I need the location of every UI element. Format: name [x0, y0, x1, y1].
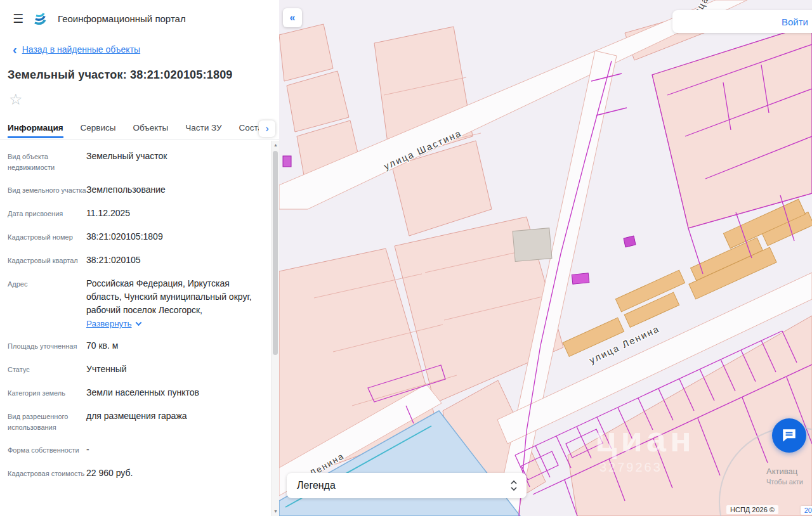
menu-icon[interactable]: ☰: [13, 13, 23, 25]
back-chevron-icon: ‹: [13, 43, 17, 56]
info-list: Вид объекта недвижимости Земельный участ…: [0, 145, 279, 485]
info-label: Вид объекта недвижимости: [0, 150, 86, 173]
info-value: Учтенный: [86, 363, 260, 376]
info-value: Земельный участок: [86, 150, 260, 163]
info-value-wrap: -: [86, 443, 279, 456]
info-value-wrap: 11.12.2025: [86, 207, 279, 220]
info-label: Вид разрешенного использования: [0, 410, 86, 433]
object-info-panel: ☰ Геоинформационный портал ‹ Назад в най…: [0, 0, 279, 516]
back-navigation[interactable]: ‹ Назад в найденные объекты: [13, 43, 279, 56]
info-value-wrap: 38:21:020105:1809: [86, 230, 279, 243]
chat-bubble-icon: [781, 427, 797, 444]
map-container: улица Шастина улица Ленина Ленина улица …: [279, 0, 812, 516]
info-row: Вид земельного участка Землепользование: [0, 178, 279, 202]
info-row: Кадастровая стоимость 22 960 руб.: [0, 461, 279, 485]
info-row: Вид объекта недвижимости Земельный участ…: [0, 145, 279, 178]
info-value-wrap: Земельный участок: [86, 150, 279, 173]
back-link[interactable]: Назад в найденные объекты: [22, 44, 140, 55]
app-title: Геоинформационный портал: [58, 13, 186, 24]
info-value-wrap: Землепользование: [86, 183, 279, 197]
info-row: Дата присвоения 11.12.2025: [0, 202, 279, 225]
info-row: Форма собственности -: [0, 438, 279, 461]
info-value: 38:21:020105:1809: [86, 230, 260, 243]
info-value: для размещения гаража: [86, 410, 260, 423]
info-value-wrap: Учтенный: [86, 363, 279, 376]
favorite-star-button[interactable]: ☆: [9, 92, 23, 107]
info-label: Вид земельного участка: [0, 183, 86, 197]
info-label: Адрес: [0, 277, 86, 329]
activation-note: Активац Чтобы акти: [766, 467, 812, 486]
info-row: Вид разрешенного использования для разме…: [0, 404, 279, 438]
info-value-wrap: для размещения гаража: [86, 410, 279, 433]
tabs: ИнформацияСервисыОбъектыЧасти ЗУСостав ›: [0, 119, 279, 139]
tab-3[interactable]: Части ЗУ: [185, 119, 221, 138]
info-value: Земли населенных пунктов: [86, 386, 260, 399]
chat-button[interactable]: [772, 418, 806, 453]
info-label: Категория земель: [0, 386, 86, 399]
grey-building: [513, 228, 552, 262]
tab-2[interactable]: Объекты: [133, 119, 169, 138]
chevron-down-icon: [135, 319, 141, 326]
star-icon: ☆: [9, 91, 23, 108]
info-value: -: [86, 443, 260, 456]
scrollbar-thumb[interactable]: [273, 151, 278, 355]
info-value-wrap: 70 кв. м: [86, 339, 279, 352]
info-value-wrap: Российская Федерация, Иркутская область,…: [86, 277, 279, 329]
info-value: Землепользование: [86, 183, 260, 197]
watermark-digits: 3279263: [599, 460, 662, 474]
info-label: Кадастровая стоимость: [0, 467, 86, 480]
info-label: Форма собственности: [0, 443, 86, 456]
legend-toggle-icon[interactable]: [510, 480, 518, 491]
activation-line2: Чтобы акти: [766, 478, 812, 486]
info-row: Адрес Российская Федерация, Иркутская об…: [0, 272, 279, 334]
scale-chip: 20: [801, 506, 812, 515]
login-button[interactable]: Войти: [782, 16, 808, 27]
info-label: Статус: [0, 363, 86, 376]
legend-bar[interactable]: Легенда: [287, 473, 527, 498]
chevron-right-icon: ›: [265, 122, 269, 134]
activation-line1: Активац: [766, 467, 812, 476]
legend-label: Легенда: [297, 480, 336, 491]
collapse-icon: «: [290, 12, 296, 23]
info-value: Российская Федерация, Иркутская область,…: [86, 277, 260, 317]
info-value: 22 960 руб.: [86, 467, 260, 480]
info-label: Дата присвоения: [0, 207, 86, 220]
info-value-wrap: 38:21:020105: [86, 254, 279, 267]
scroll-down-icon[interactable]: ▼: [272, 507, 279, 516]
info-row: Площадь уточненная 70 кв. м: [0, 334, 279, 358]
info-value: 38:21:020105: [86, 254, 260, 267]
info-label: Площадь уточненная: [0, 339, 86, 352]
tabs-scroll-right-button[interactable]: ›: [259, 120, 275, 137]
panel-collapse-button[interactable]: «: [283, 8, 302, 27]
info-label: Кадастровый квартал: [0, 254, 86, 267]
watermark-brand: циан: [595, 419, 695, 459]
info-row: Категория земель Земли населенных пункто…: [0, 381, 279, 404]
info-label: Кадастровый номер: [0, 230, 86, 243]
panel-header: ☰ Геоинформационный портал: [0, 0, 279, 27]
info-value: 11.12.2025: [86, 207, 260, 220]
login-bar: Войти: [672, 10, 812, 33]
info-row: Кадастровый квартал 38:21:020105: [0, 248, 279, 272]
expand-link[interactable]: Развернуть: [86, 319, 141, 328]
app-root: ☰ Геоинформационный портал ‹ Назад в най…: [0, 0, 812, 516]
tab-1[interactable]: Сервисы: [81, 119, 116, 138]
panel-scrollbar[interactable]: ▲ ▼: [271, 141, 279, 516]
info-value: 70 кв. м: [86, 339, 260, 352]
map-canvas[interactable]: улица Шастина улица Ленина Ленина улица …: [279, 0, 812, 516]
info-value-wrap: 22 960 руб.: [86, 467, 279, 480]
scroll-up-icon[interactable]: ▲: [272, 141, 279, 150]
map-attribution: НСПД 2026 ©: [726, 505, 778, 514]
page-title: Земельный участок: 38:21:020105:1809: [8, 68, 272, 82]
info-row: Статус Учтенный: [0, 358, 279, 381]
tab-0[interactable]: Информация: [8, 119, 63, 138]
app-logo-icon: [32, 10, 49, 27]
expand-label: Развернуть: [86, 319, 132, 328]
info-value-wrap: Земли населенных пунктов: [86, 386, 279, 399]
info-row: Кадастровый номер 38:21:020105:1809: [0, 225, 279, 248]
